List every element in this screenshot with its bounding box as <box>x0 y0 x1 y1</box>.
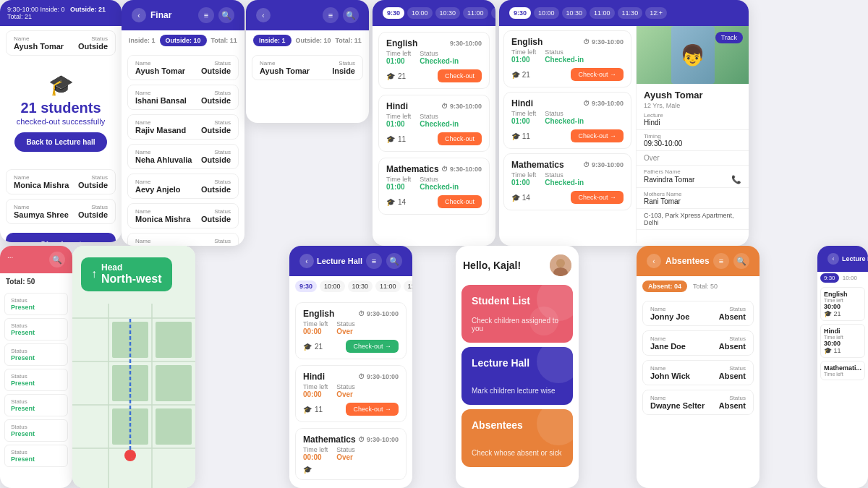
subject: English <box>511 37 542 47</box>
phone-icon[interactable]: 📞 <box>731 175 741 184</box>
present-list: Status Present Status Present Status Pre… <box>0 293 72 467</box>
panel6-header: ... 🔍 <box>0 246 72 273</box>
subject: Hindi <box>303 372 325 382</box>
back-button[interactable]: ‹ <box>647 254 661 268</box>
track-button[interactable]: Track <box>715 32 743 43</box>
search-icon[interactable]: 🔍 <box>386 253 402 269</box>
time-tab[interactable]: 9:30 <box>295 281 317 292</box>
student-row: Status Present <box>4 343 68 366</box>
map-panel: 📍 ↑ Head North-west <box>72 246 195 488</box>
student-row: NameJonny Joe StatusAbsent <box>642 301 754 326</box>
panel10-header: ‹ Absentees ≡ 🔍 <box>637 246 760 276</box>
total-label: Total: 50 <box>0 273 72 290</box>
student-row: NameAyush Tomar StatusOutside <box>127 55 239 80</box>
search-icon[interactable]: 🔍 <box>49 252 65 267</box>
lecture-time: ⏱ 9:30-10:00 <box>441 166 482 173</box>
time-tab-930[interactable]: 9:30 <box>509 7 531 19</box>
outside-badge: Outside: 10 <box>160 35 207 46</box>
panel8-title: Lecture Hall <box>317 257 362 265</box>
absentees-card[interactable]: Absentees Check whose absent or sick <box>461 409 573 467</box>
map-background: 📍 ↑ Head North-west <box>72 246 195 488</box>
navigation-banner: ↑ Head North-west <box>81 257 172 291</box>
math-lecture: Mathematics ⏱ 9:30-10:00 Time left00:00 … <box>295 428 407 480</box>
lecture-meta: Time left01:00 StatusChecked-in <box>386 50 482 65</box>
menu-icon[interactable]: ≡ <box>366 253 382 269</box>
english-lecture: English ⏱ 9:30-10:00 Time left00:00 Stat… <box>295 302 407 359</box>
search-icon[interactable]: 🔍 <box>218 7 234 23</box>
time-tab[interactable]: 11:30 <box>404 281 412 292</box>
time-tabs: 9:30 10:00 10:30 11:00 11:30 12:+ <box>509 7 667 19</box>
time-tab-1030[interactable]: 10:30 <box>562 7 587 19</box>
student-row: Status Present <box>4 318 68 341</box>
success-text: checked-out successfully <box>7 116 114 127</box>
time-tab-1130[interactable]: 11:30 <box>491 7 495 19</box>
inside-badge: Inside: 1 <box>253 35 292 46</box>
time-tab-12plus[interactable]: 12:+ <box>645 7 667 19</box>
svg-rect-10 <box>156 322 192 358</box>
checkout-button[interactable]: Check-out <box>438 69 482 82</box>
back-button[interactable]: ‹ <box>256 8 271 22</box>
subject: English <box>303 309 334 319</box>
menu-icon[interactable]: ≡ <box>323 7 339 23</box>
svg-rect-12 <box>156 408 192 445</box>
time-tabs-small: 9:30 10:00 <box>817 272 868 284</box>
student-row: NameJohn Wick StatusAbsent <box>642 360 754 385</box>
checkout-btn[interactable]: Check-out → <box>571 191 624 204</box>
svg-point-17 <box>556 259 565 267</box>
checkout-button[interactable]: Check-out <box>438 195 482 208</box>
search-icon[interactable]: 🔍 <box>343 7 359 23</box>
time-tab-1000[interactable]: 10:00 <box>407 7 433 19</box>
back-button[interactable]: ‹ <box>132 8 146 22</box>
student-count: 🎓 11 <box>386 135 406 143</box>
lecture-footer: 🎓 14 Check-out <box>386 195 482 208</box>
lecture-hall-card[interactable]: Lecture Hall Mark children lecture wise <box>461 347 573 405</box>
student-list-card[interactable]: Student List Check children assigned to … <box>461 285 573 343</box>
address-detail: C-103, Park Xpress Apartment, Delhi <box>637 209 749 230</box>
checkout-btn[interactable]: Check-out → <box>346 340 399 353</box>
time-tab-1130[interactable]: 11:30 <box>618 7 643 19</box>
card-subtitle: Check children assigned to you <box>472 317 563 333</box>
time-tab[interactable]: 10:30 <box>348 281 373 292</box>
panel1-header: 9:30-10:00 Inside: 0 Outside: 21 Total: … <box>0 0 122 26</box>
absentees-list: NameJonny Joe StatusAbsent NameJane Doe … <box>637 301 760 415</box>
time-tab[interactable]: 11:00 <box>375 281 401 292</box>
subject-math: Mathematics <box>386 164 439 174</box>
back-to-hall-button[interactable]: Back to Lecture hall <box>14 132 106 152</box>
checkout-button[interactable]: Check-out <box>438 132 482 145</box>
success-count: 21 students <box>7 100 114 116</box>
hindi-lecture-card: Hindi ⏱ 9:30-10:00 Time left01:00 Status… <box>378 95 490 152</box>
search-icon[interactable]: 🔍 <box>733 253 749 269</box>
student-row: NameAyush Tomar StatusInside <box>252 55 363 80</box>
home-menu-panel: Hello, Kajal! Student List Check childre… <box>456 246 579 488</box>
total-label: Total: 50 <box>693 283 718 290</box>
back-button[interactable]: ‹ <box>299 254 314 268</box>
checkout-btn[interactable]: Check-out → <box>346 403 399 416</box>
panel10-title: Absentees <box>665 256 710 266</box>
time-tab-1100[interactable]: 11:00 <box>590 7 615 19</box>
student-count: 🎓 14 <box>386 198 406 206</box>
student-row: Status Present <box>4 394 68 416</box>
user-avatar <box>550 254 571 276</box>
menu-icon[interactable]: ≡ <box>198 7 214 23</box>
student-row: NameAevy Anjelo StatusOutside <box>127 174 239 199</box>
panel1-time: 9:30-10:00 <box>7 6 38 13</box>
student-row: NameNeha Ahluvalia StatusOutside <box>127 144 239 169</box>
subject: Mathematics <box>511 160 564 170</box>
absentees-panel: ‹ Absentees ≡ 🔍 Absent: 04 Total: 50 Nam… <box>637 246 760 488</box>
student-row: Status Present <box>4 369 68 391</box>
checkout-btn[interactable]: Check-out → <box>571 129 624 142</box>
success-body: 🎓 21 students checked-out successfully B… <box>0 60 122 165</box>
checkout-button[interactable]: Check out <box>6 233 116 242</box>
subject-english: English <box>386 38 417 48</box>
menu-icon[interactable]: ≡ <box>713 253 729 269</box>
time-tab-1100[interactable]: 11:00 <box>463 7 488 19</box>
time-tab-1030[interactable]: 10:30 <box>435 7 461 19</box>
back-button[interactable]: ‹ <box>827 253 839 265</box>
panel8-header: ‹ Lecture Hall ≡ 🔍 <box>289 246 412 276</box>
time-tab[interactable]: 10:00 <box>320 281 345 292</box>
checkout-btn[interactable]: Check-out → <box>571 68 624 81</box>
time-tab-1000[interactable]: 10:00 <box>534 7 559 19</box>
time-tab-930[interactable]: 9:30 <box>383 7 404 19</box>
lecture-footer: 🎓 21 Check-out <box>386 69 482 82</box>
panel2-student-list: NameAyush Tomar StatusOutside NameIshani… <box>122 55 244 246</box>
